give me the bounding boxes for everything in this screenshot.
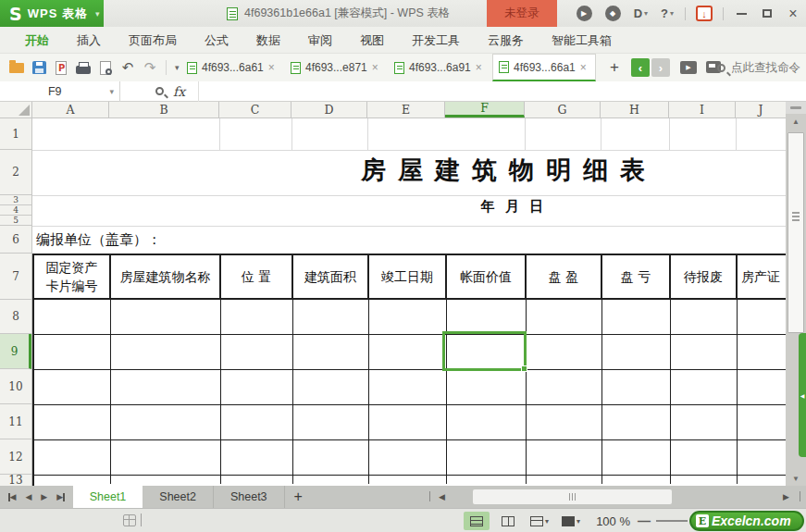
menu-formulas[interactable]: 公式: [191, 27, 242, 54]
last-sheet-button[interactable]: ▶: [52, 492, 68, 501]
header-building-area[interactable]: 建筑面积: [293, 255, 369, 298]
vertical-scroll-thumb[interactable]: [787, 132, 804, 333]
open-file-button[interactable]: [6, 56, 28, 79]
horizontal-scrollbar[interactable]: ◀ ▶: [413, 486, 806, 508]
scroll-up-button[interactable]: ▲: [786, 114, 806, 129]
select-all-corner[interactable]: [0, 102, 32, 118]
header-deficit[interactable]: 盘 亏: [602, 255, 671, 298]
row-header-7[interactable]: 7: [0, 254, 31, 300]
split-handle[interactable]: [786, 102, 806, 114]
print-preview-button[interactable]: [94, 56, 117, 79]
save-button[interactable]: [28, 56, 50, 79]
row-header-6[interactable]: 6: [0, 226, 31, 254]
sheet-tab-sheet3[interactable]: Sheet3: [214, 486, 285, 508]
tab-nav-forward-button[interactable]: ›: [651, 58, 670, 77]
header-property-cert[interactable]: 房产证: [738, 255, 786, 298]
column-header-F-selected[interactable]: F: [445, 102, 525, 118]
row-header-4[interactable]: 4: [0, 205, 31, 216]
wps-logo-menu[interactable]: S WPS 表格 ▾: [0, 0, 104, 27]
scroll-left-button[interactable]: ◀: [439, 492, 445, 501]
header-book-value[interactable]: 帐面价值: [447, 255, 527, 298]
logo-dropdown-icon[interactable]: ▾: [95, 9, 100, 19]
header-to-be-scrapped[interactable]: 待报废: [671, 255, 738, 298]
column-header-B[interactable]: B: [109, 102, 219, 118]
menu-cloud[interactable]: 云服务: [474, 27, 538, 54]
doc-tab-close-icon[interactable]: ×: [476, 61, 482, 74]
new-document-tab-button[interactable]: +: [603, 54, 626, 81]
header-asset-card-no[interactable]: 固定资产 卡片编号: [34, 255, 111, 298]
docer-icon[interactable]: ◆: [605, 6, 621, 21]
menu-review[interactable]: 审阅: [294, 27, 346, 54]
normal-view-button[interactable]: [464, 512, 490, 530]
doc-tab-2[interactable]: 4f693...e871 ×: [285, 54, 389, 81]
horizontal-scroll-thumb[interactable]: [473, 489, 672, 504]
page-break-view-button[interactable]: [495, 512, 521, 530]
doc-tab-3[interactable]: 4f693...6a91 ×: [389, 54, 492, 81]
reading-view-button[interactable]: ▾: [558, 512, 584, 530]
row-header-5[interactable]: 5: [0, 216, 31, 226]
login-button[interactable]: 未登录: [487, 0, 557, 27]
undo-button[interactable]: ↶: [117, 56, 139, 79]
doc-tab-close-icon[interactable]: ×: [580, 61, 587, 74]
minimize-button[interactable]: [731, 0, 751, 27]
zoom-slider[interactable]: [656, 520, 688, 522]
help-icon[interactable]: ?▾: [661, 6, 674, 20]
row-header-3[interactable]: 3: [0, 195, 31, 205]
row-header-11[interactable]: 11: [0, 404, 31, 439]
menu-insert[interactable]: 插入: [63, 27, 115, 54]
name-box[interactable]: F9 ▾: [0, 81, 120, 102]
side-panel-toggle[interactable]: ◀: [799, 333, 806, 457]
prev-sheet-button[interactable]: ◀: [20, 492, 36, 501]
menu-smart-toolbox[interactable]: 智能工具箱: [538, 27, 626, 54]
print-button[interactable]: [72, 56, 94, 79]
first-sheet-button[interactable]: ◀: [4, 492, 20, 501]
row-header-1[interactable]: 1: [0, 118, 31, 150]
next-sheet-button[interactable]: ▶: [36, 492, 52, 501]
presentation-icon[interactable]: ▶: [680, 61, 697, 74]
sheet-tab-sheet1[interactable]: Sheet1: [73, 486, 143, 508]
zoom-out-button[interactable]: —: [638, 513, 651, 528]
maximize-button[interactable]: [757, 0, 777, 27]
row-header-13[interactable]: 13: [0, 475, 31, 486]
menu-view[interactable]: 视图: [346, 27, 398, 54]
scroll-down-button[interactable]: ▼: [786, 471, 806, 486]
excelcn-watermark[interactable]: E Excelcn.com: [689, 511, 804, 531]
header-location[interactable]: 位 置: [221, 255, 293, 298]
download-upgrade-icon[interactable]: ↓: [696, 6, 713, 21]
column-header-E[interactable]: E: [367, 102, 445, 118]
header-surplus[interactable]: 盘 盈: [527, 255, 602, 298]
doc-tab-1[interactable]: 4f693...6a61 ×: [181, 54, 285, 81]
doc-tab-close-icon[interactable]: ×: [268, 61, 275, 74]
column-header-J[interactable]: J: [736, 102, 786, 118]
header-building-name[interactable]: 房屋建筑物名称: [111, 255, 221, 298]
export-pdf-button[interactable]: P: [50, 56, 72, 79]
fill-handle[interactable]: [521, 365, 527, 372]
command-search[interactable]: 点此查找命令: [717, 54, 800, 81]
table-body-cells[interactable]: [34, 300, 786, 484]
menu-page-layout[interactable]: 页面布局: [115, 27, 191, 54]
column-header-G[interactable]: G: [525, 102, 601, 118]
sheet-tab-sheet2[interactable]: Sheet2: [143, 486, 214, 508]
active-cell-F9[interactable]: [442, 331, 527, 371]
header-completion-date[interactable]: 竣工日期: [369, 255, 447, 298]
doc-tab-4-active[interactable]: 4f693...66a1 ×: [492, 54, 596, 81]
cells-area[interactable]: 房屋建筑物明细表 年 月 日 编报单位（盖章）： 固定资产 卡片编号 房屋建筑物…: [32, 118, 786, 486]
row-header-2[interactable]: 2: [0, 150, 31, 195]
page-layout-view-button[interactable]: ▾: [527, 512, 552, 530]
close-button[interactable]: ×: [783, 0, 803, 27]
tab-nav-back-button[interactable]: ‹: [631, 58, 650, 77]
insert-function-button[interactable]: fx: [173, 84, 185, 99]
scroll-right-button[interactable]: ▶: [783, 492, 789, 501]
doc-tab-close-icon[interactable]: ×: [372, 61, 378, 74]
menu-home[interactable]: 开始: [11, 27, 63, 54]
row-header-9-selected[interactable]: 9: [0, 334, 31, 369]
column-header-H[interactable]: H: [601, 102, 669, 118]
skin-menu-icon[interactable]: D▾: [634, 6, 648, 20]
column-header-C[interactable]: C: [219, 102, 291, 118]
row-header-8[interactable]: 8: [0, 300, 31, 334]
add-sheet-button[interactable]: +: [285, 486, 312, 508]
community-icon[interactable]: ▶: [577, 6, 592, 21]
formula-input[interactable]: [199, 81, 806, 102]
menu-developer[interactable]: 开发工具: [398, 27, 474, 54]
row-header-10[interactable]: 10: [0, 369, 31, 404]
